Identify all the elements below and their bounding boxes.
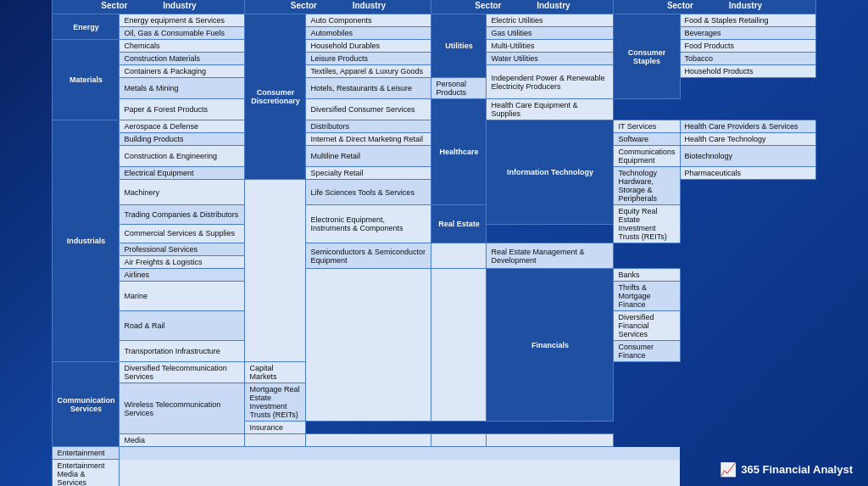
cs-sector: Consumer Staples <box>614 14 680 99</box>
util-industry-4: Water Utilities <box>487 53 614 65</box>
materials-sector: Materials <box>53 40 120 120</box>
fin-industry-3: Diversified Financial Services <box>614 311 680 341</box>
fin-industry-5: Capital Markets <box>245 362 306 383</box>
re-sector-spacer <box>431 243 487 269</box>
cs-industry-5: Household Products <box>680 65 815 78</box>
ind-industry-11: Marine <box>120 282 245 311</box>
hc-industry-5: Pharmaceuticals <box>680 167 815 180</box>
industry-header-label: Industry <box>163 1 196 10</box>
hc-industry-3: Health Care Technology <box>680 133 815 146</box>
cd-industry-8: Distributors <box>306 120 431 133</box>
cd-sector: Consumer Discretionary <box>245 14 306 180</box>
chart-icon: 📈 <box>720 461 737 478</box>
util-industry-5: Independent Power & Renewable Electricit… <box>487 65 614 99</box>
financials-sector: Financials <box>487 269 614 422</box>
it-sector: Information Technology <box>487 120 614 225</box>
cd-industry-4: Leisure Products <box>306 53 431 65</box>
ind-industry-6: Trading Companies & Distributors <box>120 205 245 225</box>
fin-industry-2: Thrifts & Mortgage Finance <box>614 282 680 311</box>
utilities-sector: Utilities <box>431 14 487 78</box>
cs-industry-6: Personal Products <box>431 78 487 99</box>
hc-industry-2: Health Care Providers & Services <box>680 120 815 133</box>
fin-industry-7: Insurance <box>245 422 306 434</box>
ind-industry-4: Electrical Equipment <box>120 167 245 180</box>
it-industry-6: Semiconductors & Semiconductor Equipment <box>306 243 431 269</box>
cs-industry-3: Food Products <box>680 40 815 53</box>
cs-industry-1: Food & Staples Retailing <box>680 14 815 27</box>
comms-industry-5: Entertainment Media & Services <box>53 460 120 487</box>
ind-industry-7: Commercial Services & Supplies <box>120 224 245 243</box>
ind-industry-5: Machinery <box>120 180 245 205</box>
mat-industry-4: Metals & Mining <box>120 78 245 99</box>
industrials-sector: Industrials <box>53 120 120 362</box>
cd-industry-5: Textiles, Apparel & Luxury Goods <box>306 65 431 78</box>
fin-industry-6: Mortgage Real Estate Investment Trusts (… <box>245 383 306 422</box>
cd-industry-11: Specialty Retail <box>306 167 431 180</box>
comms-sector: Communication Services <box>53 362 120 447</box>
header-sector: Sector Industry <box>53 0 245 14</box>
ind-industry-13: Transportation Infrastructure <box>120 341 245 362</box>
spacer-util-cd <box>245 180 306 362</box>
re-industry-2: Real Estate Management & Development <box>487 243 614 269</box>
ind-industry-2: Building Products <box>120 133 245 146</box>
fin-industry-1: Banks <box>614 269 680 282</box>
it-industry-5: Electronic Equipment, Instruments & Comp… <box>306 205 431 243</box>
it-industry-3: Communications Equipment <box>614 146 680 167</box>
fin-spacer2 <box>306 434 431 447</box>
re-industry-1: Equity Real Estate Investment Trusts (RE… <box>614 205 680 243</box>
hc-industry-4: Biotechnology <box>680 146 815 167</box>
it-industry-4: Technology Hardware, Storage & Periphera… <box>614 167 680 205</box>
fin-spacer <box>245 434 306 447</box>
healthcare-sector: Healthcare <box>431 99 487 205</box>
industry-energy-1: Energy equipment & Services <box>120 14 245 27</box>
industry-energy-2: Oil, Gas & Consumable Fuels <box>120 27 245 40</box>
header-fin: Sector Industry <box>614 0 815 14</box>
realestate-sector: Real Estate <box>431 205 487 243</box>
hc-industry-1: Health Care Equipment & Supplies <box>487 99 614 120</box>
it-industry-1: IT Services <box>614 120 680 133</box>
energy-sector: Energy <box>53 14 120 40</box>
ind-industry-3: Construction & Engineering <box>120 146 245 167</box>
cd-industry-7: Diversified Consumer Services <box>306 99 431 120</box>
comms-industry-1: Diversified Telecommunication Services <box>120 362 245 383</box>
cd-industry-1: Auto Components <box>306 14 431 27</box>
sector-header-label: Sector <box>101 1 127 10</box>
comms-industry-3: Media <box>120 434 245 447</box>
fin-industry-4: Consumer Finance <box>614 341 680 362</box>
cs-industry-4: Tobacco <box>680 53 815 65</box>
header-util: Sector Industry <box>431 0 614 14</box>
cd-industry-3: Household Durables <box>306 40 431 53</box>
logo-text: 365 Financial Analyst <box>741 463 853 476</box>
mat-industry-3: Containers & Packaging <box>120 65 245 78</box>
cd-industry-6: Hotels, Restaurants & Leisure <box>306 78 431 99</box>
cs-industry-2: Beverages <box>680 27 815 40</box>
util-industry-2: Gas Utilities <box>487 27 614 40</box>
it-spacer2 <box>431 269 487 422</box>
fin-spacer3 <box>431 434 487 447</box>
ind-industry-10: Airlines <box>120 269 245 282</box>
ind-industry-12: Road & Rail <box>120 311 245 341</box>
logo-area: 📈 365 Financial Analyst <box>720 461 853 478</box>
header-cd: Sector Industry <box>245 0 431 14</box>
ind-industry-1: Aerospace & Defense <box>120 120 245 133</box>
filler2 <box>120 460 680 487</box>
ind-industry-9: Air Freights & Logistics <box>120 256 245 269</box>
ind-industry-8: Professional Services <box>120 243 245 256</box>
mat-industry-1: Chemicals <box>120 40 245 53</box>
comms-industry-4: Entertainment <box>53 447 120 460</box>
cd-industry-10: Multiline Retail <box>306 146 431 167</box>
fin-spacer4 <box>487 434 614 447</box>
cd-industry-9: Internet & Direct Marketing Retail <box>306 133 431 146</box>
util-industry-3: Multi-Utilities <box>487 40 614 53</box>
util-industry-1: Electric Utilities <box>487 14 614 27</box>
it-industry-2: Software <box>614 133 680 146</box>
it-spacer <box>306 269 431 422</box>
hc-industry-6: Life Sciences Tools & Services <box>306 180 431 205</box>
mat-industry-5: Paper & Forest Products <box>120 99 245 120</box>
mat-industry-2: Construction Materials <box>120 53 245 65</box>
cd-industry-2: Automobiles <box>306 27 431 40</box>
comms-industry-2: Wireless Telecommunication Services <box>120 383 245 434</box>
main-table: Sector Industry Sector Industry Sector I… <box>52 0 815 486</box>
filler <box>120 447 680 460</box>
